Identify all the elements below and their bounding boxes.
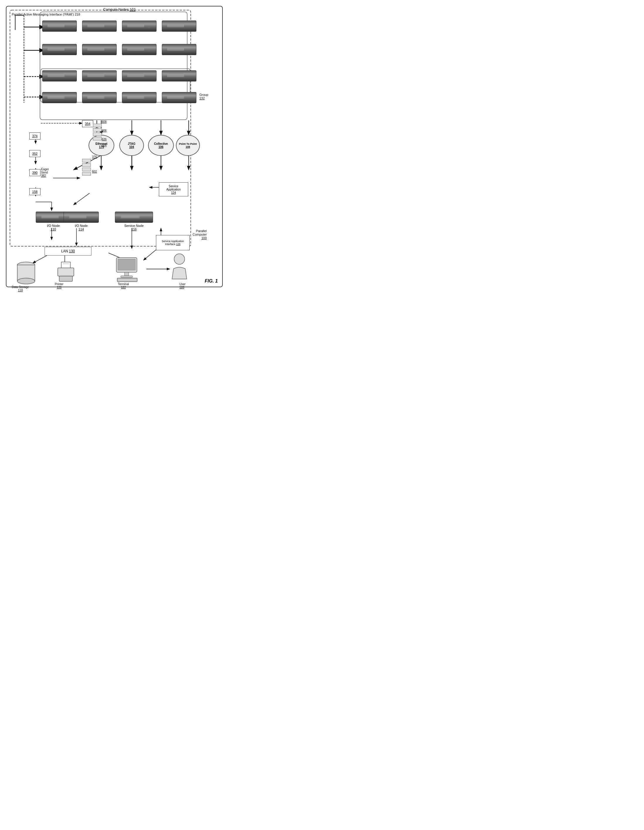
label-604: 604 [102, 144, 107, 147]
box-354: 354 [82, 120, 93, 127]
svg-rect-50 [59, 276, 72, 281]
box-158: 158 [29, 188, 40, 195]
service-app-box: ServiceApplication124 [159, 182, 188, 196]
stack-376 [82, 159, 91, 176]
label-606: 606 [102, 129, 107, 132]
jtag-cloud: JTAG104 [119, 135, 144, 156]
data-storage-label: Data Storage118 [12, 285, 29, 292]
svg-rect-52 [118, 259, 135, 270]
compute-node-r3c3 [122, 70, 157, 81]
svg-rect-47 [61, 262, 70, 268]
label-602: 602 [92, 170, 97, 173]
compute-node-r1c3 [122, 21, 157, 32]
printer-icon [55, 261, 77, 282]
label-376: 376 [92, 155, 97, 158]
lan-box: LAN 130 [44, 247, 92, 255]
svg-rect-53 [125, 272, 128, 276]
io-node-114-server [63, 212, 99, 223]
compute-node-r4c4 [162, 92, 197, 103]
compute-node-r4c2 [82, 92, 117, 103]
compute-node-r3c1 [42, 70, 77, 81]
user-icon [169, 253, 190, 282]
compute-nodes-label: Compute Nodes 102 [103, 8, 135, 12]
parallel-computer-label: ParallelComputer100 [193, 229, 207, 240]
compute-node-r3c4 [162, 70, 197, 81]
compute-node-r2c3 [122, 44, 157, 55]
compute-node-r2c1 [42, 44, 77, 55]
compute-node-r3c2 [82, 70, 117, 81]
fig-label: FIG. 1 [205, 279, 218, 284]
stack-608 [93, 124, 102, 140]
compute-node-r4c3 [122, 92, 157, 103]
compute-node-r1c4 [162, 21, 197, 32]
printer-label: Printer120 [55, 282, 63, 289]
box-352: 352 [29, 150, 40, 157]
svg-point-46 [17, 278, 35, 284]
label-608: 608 [102, 120, 107, 124]
compute-node-r4c1 [42, 92, 77, 103]
service-node-116-label: Service Node 116 [115, 224, 153, 231]
svg-rect-54 [121, 276, 133, 277]
svg-rect-55 [117, 278, 137, 282]
terminal-icon [115, 257, 141, 282]
compute-node-r1c1 [42, 21, 77, 32]
point-to-point-cloud: Point To Point108 [176, 135, 200, 156]
diagram-container: Parallel Active Messaging Interface ('PA… [6, 6, 223, 287]
pami-label: Parallel Active Messaging Interface ('PA… [12, 12, 80, 17]
terminal-label: Terminal122 [118, 282, 129, 289]
eager-send-label: EagerSend382 [41, 168, 49, 177]
compute-node-r2c2 [82, 44, 117, 55]
user-label: User128 [179, 282, 186, 289]
service-node-116-server [115, 212, 153, 223]
svg-rect-49 [58, 268, 74, 276]
compute-node-r2c4 [162, 44, 197, 55]
svg-point-56 [174, 254, 185, 265]
data-storage-cylinder [16, 261, 36, 285]
label-626: 626 [102, 138, 107, 141]
collective-cloud: Collective106 [148, 135, 174, 156]
group-label: Group132 [199, 93, 208, 100]
box-374: 374 [29, 133, 40, 139]
box-390: 390 [29, 169, 40, 176]
service-app-interface-box: Service Application Interface 126 [156, 235, 190, 250]
compute-node-r1c2 [82, 21, 117, 32]
io-node-114-label: I/O Node 114 [63, 224, 99, 231]
svg-line-28 [74, 193, 90, 205]
